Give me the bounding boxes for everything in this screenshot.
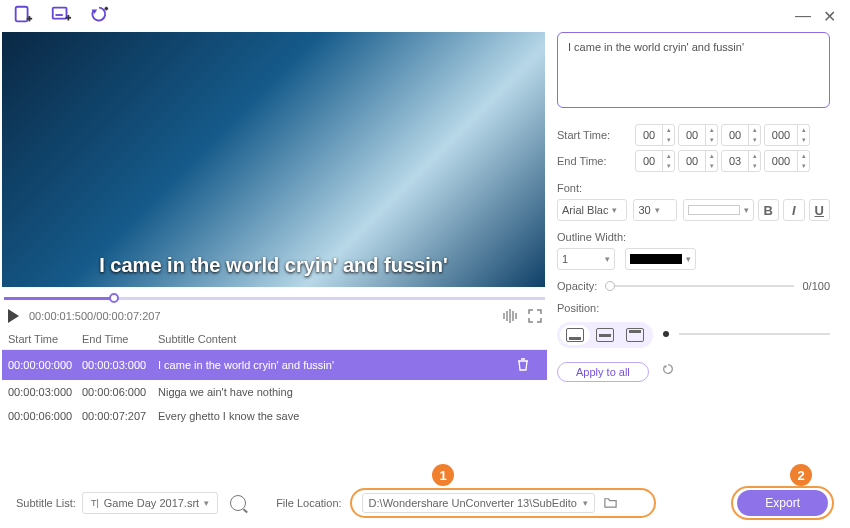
underline-button[interactable]: U — [809, 199, 830, 221]
annotation-badge-1: 1 — [432, 464, 454, 486]
file-location-callout: D:\Wondershare UnConverter 13\SubEdito ▾ — [350, 488, 656, 518]
fullscreen-icon[interactable] — [527, 308, 543, 324]
subtitle-text-input[interactable] — [557, 32, 830, 108]
svg-rect-3 — [53, 8, 67, 19]
position-top[interactable] — [620, 325, 650, 345]
end-ms[interactable]: 000▴▾ — [764, 150, 810, 172]
position-middle[interactable] — [590, 325, 620, 345]
position-preset-group — [557, 322, 653, 348]
font-label: Font: — [557, 182, 830, 194]
play-button[interactable] — [8, 309, 19, 323]
reset-icon[interactable] — [661, 362, 675, 379]
delete-row-icon[interactable] — [515, 356, 533, 374]
start-hh[interactable]: 00▴▾ — [635, 124, 675, 146]
position-label: Position: — [557, 302, 830, 314]
opacity-label: Opacity: — [557, 280, 597, 292]
outline-color-select[interactable]: ▾ — [625, 248, 696, 270]
italic-button[interactable]: I — [783, 199, 804, 221]
start-mm[interactable]: 00▴▾ — [678, 124, 718, 146]
minimize-button[interactable]: — — [794, 7, 812, 26]
table-row[interactable]: 00:00:03:000 00:00:06:000 Nigga we ain't… — [2, 380, 547, 404]
end-mm[interactable]: 00▴▾ — [678, 150, 718, 172]
opacity-value: 0/100 — [802, 280, 830, 292]
col-subtitle-content: Subtitle Content — [158, 333, 541, 345]
table-row[interactable]: 00:00:06:000 00:00:07:207 Every ghetto I… — [2, 404, 547, 428]
opacity-slider[interactable] — [605, 285, 794, 287]
apply-to-all-button[interactable]: Apply to all — [557, 362, 649, 382]
table-row[interactable]: 00:00:00:000 00:00:03:000 I came in the … — [2, 350, 547, 380]
subtitle-file-select[interactable]: T| Game Day 2017.srt ▾ — [82, 492, 218, 514]
position-slider[interactable] — [679, 333, 830, 335]
font-color-select[interactable]: ▾ — [683, 199, 754, 221]
start-ss[interactable]: 00▴▾ — [721, 124, 761, 146]
export-callout: Export — [731, 486, 834, 520]
start-ms[interactable]: 000▴▾ — [764, 124, 810, 146]
waveform-icon[interactable] — [503, 309, 517, 323]
bold-button[interactable]: B — [758, 199, 779, 221]
subtitle-table-header: Start Time End Time Subtitle Content — [2, 329, 547, 350]
video-preview[interactable]: I came in the world cryin' and fussin' — [2, 32, 545, 287]
font-family-select[interactable]: Arial Blac▾ — [557, 199, 627, 221]
sync-icon[interactable] — [88, 4, 112, 28]
search-icon[interactable] — [230, 495, 246, 511]
start-time-label: Start Time: — [557, 129, 632, 141]
video-seekbar[interactable] — [4, 294, 545, 302]
end-ss[interactable]: 03▴▾ — [721, 150, 761, 172]
folder-icon[interactable] — [603, 495, 618, 512]
end-hh[interactable]: 00▴▾ — [635, 150, 675, 172]
subtitle-overlay: I came in the world cryin' and fussin' — [2, 254, 545, 277]
subtitle-list-label: Subtitle List: — [16, 497, 76, 509]
file-location-select[interactable]: D:\Wondershare UnConverter 13\SubEdito ▾ — [362, 493, 595, 513]
col-start-time: Start Time — [8, 333, 82, 345]
file-location-label: File Location: — [276, 497, 341, 509]
add-file-icon[interactable] — [12, 4, 36, 28]
svg-rect-0 — [16, 7, 28, 22]
add-subtitle-icon[interactable] — [50, 4, 74, 28]
font-size-select[interactable]: 30▾ — [633, 199, 676, 221]
position-bottom[interactable] — [560, 325, 590, 345]
close-button[interactable]: ✕ — [820, 7, 838, 26]
export-button[interactable]: Export — [737, 490, 828, 516]
playback-time: 00:00:01:500/00:00:07:207 — [29, 310, 161, 322]
col-end-time: End Time — [82, 333, 158, 345]
outline-width-select[interactable]: 1▾ — [557, 248, 615, 270]
annotation-badge-2: 2 — [790, 464, 812, 486]
end-time-label: End Time: — [557, 155, 632, 167]
outline-label: Outline Width: — [557, 231, 830, 243]
